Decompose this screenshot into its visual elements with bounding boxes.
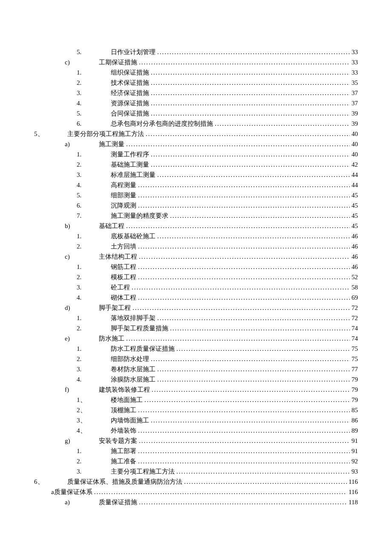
toc-leader xyxy=(176,344,350,354)
toc-entry: c)工期保证措施33 xyxy=(34,57,358,67)
toc-entry: a)施工测量40 xyxy=(34,139,358,149)
toc-title: 技术保证措施 xyxy=(111,78,149,88)
toc-entry: b)基础工程45 xyxy=(34,221,358,231)
toc-title: 土方回填 xyxy=(111,241,136,251)
toc-entry: 2.模板工程52 xyxy=(34,272,358,282)
toc-entry: 6.沉降观测45 xyxy=(34,200,358,211)
toc-marker: 5、 xyxy=(34,129,67,139)
toc-marker: 6. xyxy=(77,200,111,211)
toc-leader xyxy=(138,446,350,456)
toc-page-number: 85 xyxy=(352,405,358,415)
toc-page-number: 40 xyxy=(352,149,358,159)
toc-marker: 2. xyxy=(77,354,111,364)
toc-leader xyxy=(138,262,350,272)
toc-page-number: 118 xyxy=(349,497,358,507)
toc-entry: 7.施工测量的精度要求45 xyxy=(34,211,358,221)
toc-page-number: 46 xyxy=(352,231,358,241)
toc-marker: 1. xyxy=(77,344,111,354)
toc-page-number: 40 xyxy=(352,139,358,149)
toc-page-number: 79 xyxy=(352,384,358,395)
toc-title: 楼地面施工 xyxy=(111,395,143,405)
toc-page-number: 45 xyxy=(352,221,358,231)
toc-title: 模板工程 xyxy=(111,272,136,282)
toc-title: 标准层施工测量 xyxy=(111,170,156,180)
toc-leader xyxy=(151,149,350,159)
toc-page-number: 33 xyxy=(352,57,358,67)
toc-page-number: 44 xyxy=(352,180,358,190)
toc-page-number: 74 xyxy=(352,323,358,333)
toc-leader xyxy=(184,477,347,487)
toc-leader xyxy=(157,170,350,180)
toc-marker: a) xyxy=(65,497,99,507)
toc-entry: 5.细部测量45 xyxy=(34,190,358,200)
toc-title: 细部测量 xyxy=(111,190,136,200)
toc-marker: 1. xyxy=(77,67,111,78)
toc-title: 施工测量 xyxy=(99,139,124,149)
toc-marker: 3. xyxy=(77,170,111,180)
toc-page-number: 45 xyxy=(352,190,358,200)
toc-page-number: 92 xyxy=(352,456,358,466)
toc-title: 组织保证措施 xyxy=(111,67,149,78)
toc-marker: 3. xyxy=(77,466,111,477)
toc-page-number: 39 xyxy=(352,108,358,119)
toc-page-number: 40 xyxy=(352,129,358,139)
toc-entry: a)质量保证措施118 xyxy=(34,497,358,507)
toc-title: 基础工程 xyxy=(99,221,124,231)
toc-marker: 7. xyxy=(77,211,111,221)
toc-title: 细部防水处理 xyxy=(111,354,149,364)
toc-leader xyxy=(157,364,350,374)
toc-entry: 1.组织保证措施33 xyxy=(34,67,358,78)
toc-page-number: 46 xyxy=(352,241,358,251)
toc-leader xyxy=(138,292,350,303)
toc-leader xyxy=(139,436,350,446)
toc-marker: 1. xyxy=(77,231,111,241)
toc-page-number: 42 xyxy=(352,159,358,170)
toc-leader xyxy=(139,497,347,507)
toc-marker: g) xyxy=(65,436,99,446)
toc-marker: 6、 xyxy=(34,477,67,487)
toc-marker: 1、 xyxy=(77,395,111,405)
toc-entry: c)主体结构工程46 xyxy=(34,251,358,262)
toc-entry: 5.合同保证措施39 xyxy=(34,108,358,119)
toc-entry: 1.施工部署91 xyxy=(34,446,358,456)
toc-title: 施工部署 xyxy=(111,446,136,456)
toc-entry: 1.防水工程质量保证措施75 xyxy=(34,344,358,354)
toc-title: 基础施工测量 xyxy=(111,159,149,170)
toc-leader xyxy=(138,241,350,251)
toc-entry: 1.底板基础砼施工46 xyxy=(34,231,358,241)
toc-entry: 2、顶棚施工85 xyxy=(34,405,358,415)
toc-leader xyxy=(152,384,350,395)
toc-title: 主体结构工程 xyxy=(99,251,137,262)
toc-marker: 2. xyxy=(77,159,111,170)
toc-title: 总承包商对分承包商的进度控制措施 xyxy=(111,119,213,129)
toc-page-number: 116 xyxy=(349,487,358,497)
toc-leader xyxy=(138,456,350,466)
toc-title: 安装专题方案 xyxy=(99,436,137,446)
toc-entry: 2.脚手架工程质量措施74 xyxy=(34,323,358,333)
toc-title: 涂膜防水层施工 xyxy=(111,374,156,384)
toc-title: 主要分部分项工程施工方法 xyxy=(67,129,144,139)
toc-marker: c) xyxy=(65,251,99,262)
toc-entry: d)脚手架工程72 xyxy=(34,303,358,313)
toc-marker: 4. xyxy=(77,98,111,108)
toc-entry: 4.涂膜防水层施工79 xyxy=(34,374,358,384)
toc-title: 工期保证措施 xyxy=(99,57,137,67)
toc-title: 砼工程 xyxy=(111,282,130,292)
toc-title: 资源保证措施 xyxy=(111,98,149,108)
toc-title: 测量工作程序 xyxy=(111,149,149,159)
toc-marker: 3. xyxy=(77,282,111,292)
toc-leader xyxy=(151,159,350,170)
toc-page-number: 45 xyxy=(352,211,358,221)
toc-title: 顶棚施工 xyxy=(111,405,136,415)
toc-entry: 3.主要分项工程施工方法93 xyxy=(34,466,358,477)
toc-entry: 2.土方回填46 xyxy=(34,241,358,251)
toc-leader xyxy=(151,415,350,425)
toc-page-number: 33 xyxy=(352,67,358,78)
toc-leader xyxy=(126,139,350,149)
toc-marker: 2. xyxy=(77,456,111,466)
toc-page-number: 37 xyxy=(352,88,358,98)
toc-marker: 4、 xyxy=(77,425,111,436)
toc-page-number: 35 xyxy=(352,78,358,88)
toc-marker: f) xyxy=(65,384,99,395)
toc-page-number: 93 xyxy=(352,466,358,477)
